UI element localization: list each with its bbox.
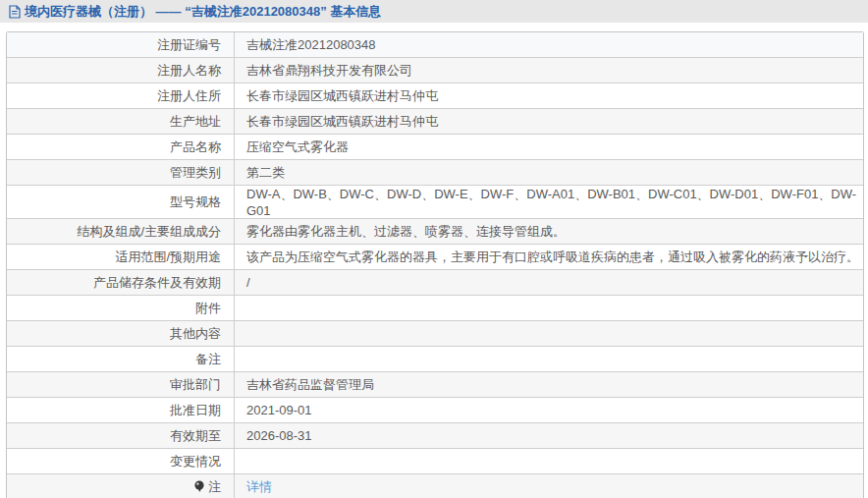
table-row: 产品名称 压缩空气式雾化器: [7, 134, 863, 159]
table-row: 批准日期 2021-09-01: [7, 397, 863, 422]
row-label-cell: 产品名称: [7, 135, 235, 159]
row-label-cell: 备注: [7, 347, 235, 371]
row-value-cell: 吉械注准20212080348: [235, 32, 863, 57]
row-label: 有效期至: [170, 427, 221, 445]
table-row: 产品储存条件及有效期 /: [7, 269, 863, 295]
table-row: 附件: [7, 295, 863, 320]
row-value-cell: 吉林省鼎翔科技开发有限公司: [235, 58, 863, 83]
row-value: 2021-09-01: [246, 403, 312, 417]
row-value-cell: [235, 296, 863, 320]
row-label: 审批部门: [170, 376, 221, 394]
row-value-cell: [235, 449, 863, 473]
row-label-cell: 适用范围/预期用途: [7, 245, 235, 269]
row-value-cell: 2026-08-31: [235, 423, 863, 448]
row-value-cell: 长春市绿园区城西镇跃进村马仲屯: [235, 109, 863, 134]
row-label: 注册人住所: [157, 87, 221, 105]
row-value-cell: 吉林省药品监督管理局: [235, 372, 863, 397]
table-row: 适用范围/预期用途 该产品为压缩空气式雾化器的器具，主要用于有口腔或呼吸道疾病的…: [7, 244, 863, 269]
row-value-cell: [235, 321, 863, 346]
row-label-cell: 注册人名称: [7, 58, 235, 83]
row-value: 第二类: [246, 164, 285, 182]
row-value: 长春市绿园区城西镇跃进村马仲屯: [246, 113, 438, 131]
table-row: 注 详情: [7, 473, 863, 498]
row-label-cell: 变更情况: [7, 449, 235, 473]
row-value: 吉林省鼎翔科技开发有限公司: [246, 62, 412, 80]
row-label: 其他内容: [170, 325, 221, 343]
table-row: 审批部门 吉林省药品监督管理局: [7, 371, 863, 397]
row-label: 管理类别: [170, 164, 221, 182]
row-label-cell: 附件: [7, 296, 235, 320]
row-label: 生产地址: [170, 113, 221, 131]
row-label-cell: 产品储存条件及有效期: [7, 270, 235, 295]
row-value-cell: /: [235, 270, 863, 295]
row-value: DW-A、DW-B、DW-C、DW-D、DW-E、DW-F、DW-A01、DW-…: [246, 186, 863, 218]
detail-link[interactable]: 详情: [246, 478, 272, 496]
row-value: /: [246, 275, 250, 290]
row-label-cell: 其他内容: [7, 321, 235, 346]
row-label-cell: 生产地址: [7, 109, 235, 134]
table-row: 结构及组成/主要组成成分 雾化器由雾化器主机、过滤器、喷雾器、连接导管组成。: [7, 218, 863, 244]
row-value-cell: 雾化器由雾化器主机、过滤器、喷雾器、连接导管组成。: [235, 219, 863, 244]
row-label-cell: 有效期至: [7, 423, 235, 448]
row-label: 注册证编号: [157, 36, 221, 54]
row-label-cell: 注册证编号: [7, 32, 235, 57]
row-value-cell: [235, 347, 863, 371]
table-row: 管理类别 第二类: [7, 159, 863, 185]
info-table: 注册证编号 吉械注准20212080348 注册人名称 吉林省鼎翔科技开发有限公…: [6, 31, 864, 498]
row-value-cell: 该产品为压缩空气式雾化器的器具，主要用于有口腔或呼吸道疾病的患者，通过吸入被雾化…: [235, 245, 863, 269]
table-row: 注册人名称 吉林省鼎翔科技开发有限公司: [7, 57, 863, 83]
row-label-cell: 注: [7, 474, 235, 498]
table-row: 变更情况: [7, 448, 863, 473]
row-value-cell: 详情: [235, 474, 863, 498]
row-label: 注册人名称: [157, 62, 221, 80]
document-icon: [8, 5, 21, 19]
row-value: 吉林省药品监督管理局: [246, 376, 374, 394]
row-label-cell: 结构及组成/主要组成成分: [7, 219, 235, 244]
note-icon: [193, 480, 205, 493]
row-value-cell: 压缩空气式雾化器: [235, 135, 863, 159]
row-value-cell: 第二类: [235, 160, 863, 185]
row-label: 备注: [195, 351, 221, 368]
row-value: 长春市绿园区城西镇跃进村马仲屯: [246, 87, 438, 105]
page-title-bar: 境内医疗器械（注册） —— “吉械注准20212080348” 基本信息: [0, 0, 868, 23]
row-value-cell: DW-A、DW-B、DW-C、DW-D、DW-E、DW-F、DW-A01、DW-…: [235, 186, 863, 218]
row-value: 该产品为压缩空气式雾化器的器具，主要用于有口腔或呼吸道疾病的患者，通过吸入被雾化…: [246, 249, 859, 266]
table-row: 有效期至 2026-08-31: [7, 422, 863, 448]
row-label: 批准日期: [170, 402, 221, 419]
row-label-cell: 批准日期: [7, 398, 235, 422]
row-label: 注: [208, 478, 221, 496]
row-value: 雾化器由雾化器主机、过滤器、喷雾器、连接导管组成。: [246, 223, 566, 241]
row-value-cell: 长春市绿园区城西镇跃进村马仲屯: [235, 83, 863, 108]
row-label-cell: 管理类别: [7, 160, 235, 185]
row-label: 变更情况: [170, 453, 221, 470]
table-row: 注册证编号 吉械注准20212080348: [7, 32, 863, 57]
row-label-cell: 型号规格: [7, 186, 235, 218]
row-value: 2026-08-31: [246, 428, 312, 443]
row-label: 产品名称: [170, 138, 221, 156]
page-title: 境内医疗器械（注册） —— “吉械注准20212080348” 基本信息: [25, 3, 381, 21]
row-label: 附件: [195, 300, 221, 317]
table-row: 注册人住所 长春市绿园区城西镇跃进村马仲屯: [7, 83, 863, 108]
row-value: 吉械注准20212080348: [246, 36, 376, 54]
row-label-cell: 审批部门: [7, 372, 235, 397]
table-row: 备注: [7, 346, 863, 371]
row-label: 产品储存条件及有效期: [93, 274, 221, 292]
table-row: 型号规格 DW-A、DW-B、DW-C、DW-D、DW-E、DW-F、DW-A0…: [7, 185, 863, 218]
row-label: 型号规格: [170, 194, 221, 211]
row-label: 适用范围/预期用途: [115, 249, 221, 266]
row-value-cell: 2021-09-01: [235, 398, 863, 422]
row-label: 结构及组成/主要组成成分: [77, 223, 221, 241]
row-value: 压缩空气式雾化器: [246, 138, 349, 156]
table-row: 生产地址 长春市绿园区城西镇跃进村马仲屯: [7, 108, 863, 134]
table-row: 其他内容: [7, 320, 863, 346]
row-label-cell: 注册人住所: [7, 83, 235, 108]
